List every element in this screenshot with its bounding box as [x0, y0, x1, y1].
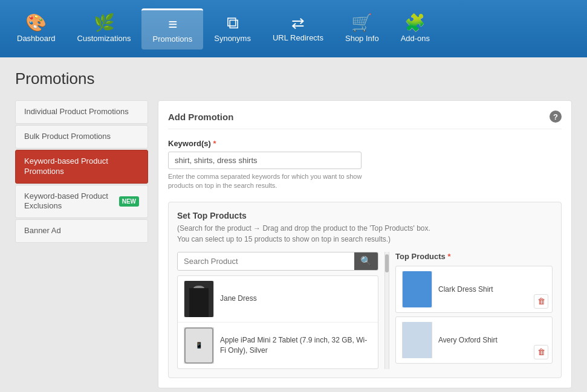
keywords-input[interactable] — [168, 152, 362, 169]
sidebar-item-exclusions-label: Keyword-based Product Exclusions — [24, 191, 114, 212]
top-product-card[interactable]: Avery Oxford Shirt 🗑 — [395, 316, 553, 364]
top-products-label: Top Products * — [395, 252, 553, 261]
sidebar-item-individual[interactable]: Individual Product Promotions — [15, 100, 148, 124]
search-product-input[interactable] — [178, 252, 354, 270]
sidebar-item-exclusions[interactable]: Keyword-based Product Exclusions NEW — [15, 185, 148, 219]
product-row[interactable]: 📱 Apple iPad Mini 2 Tablet (7.9 inch, 32… — [178, 323, 378, 368]
nav-add-ons[interactable]: 🧩 Add-ons — [390, 8, 441, 49]
top-navigation: 🎨 Dashboard 🌿 Customizations ≡ Promotion… — [0, 0, 587, 57]
nav-add-ons-label: Add-ons — [401, 34, 430, 43]
top-product-card[interactable]: Clark Dress Shirt 🗑 — [395, 266, 553, 313]
search-bar: 🔍 — [177, 252, 378, 271]
product-thumbnail — [184, 281, 214, 317]
nav-url-redirects-label: URL Redirects — [273, 33, 323, 42]
set-top-products-title: Set Top Products — [177, 211, 553, 220]
set-top-products-hint: (Search for the product → Drag and drop … — [177, 223, 553, 245]
search-column: 🔍 Jane Dress — [177, 252, 378, 369]
product-row[interactable]: Jane Dress — [178, 276, 378, 323]
sidebar: Individual Product Promotions Bulk Produ… — [15, 100, 148, 243]
dashboard-icon: 🎨 — [25, 14, 47, 31]
help-button[interactable]: ? — [550, 111, 562, 123]
keywords-field: Keyword(s) * Enter the comma separated k… — [168, 139, 562, 191]
shirt-light-icon — [403, 322, 432, 358]
shirt-blue-icon — [403, 271, 432, 307]
nav-promotions[interactable]: ≡ Promotions — [141, 8, 203, 50]
product-name: Apple iPad Mini 2 Tablet (7.9 inch, 32 G… — [220, 335, 372, 356]
nav-dashboard[interactable]: 🎨 Dashboard — [6, 8, 66, 49]
scroll-divider — [384, 252, 389, 369]
nav-synonyms-label: Synonyms — [214, 34, 251, 43]
page-title: Promotions — [15, 69, 572, 88]
delete-button[interactable]: 🗑 — [534, 294, 548, 309]
nav-dashboard-label: Dashboard — [17, 34, 56, 43]
delete-button[interactable]: 🗑 — [534, 345, 548, 359]
top-product-thumbnail — [402, 271, 432, 307]
top-products-required-star: * — [447, 252, 450, 261]
keywords-hint: Enter the comma separated keywords for w… — [168, 172, 374, 191]
nav-url-redirects[interactable]: ⇄ URL Redirects — [262, 9, 334, 48]
product-name: Jane Dress — [220, 294, 257, 304]
products-columns: 🔍 Jane Dress — [177, 252, 553, 369]
sidebar-item-bulk[interactable]: Bulk Product Promotions — [15, 125, 148, 149]
set-top-products-section: Set Top Products (Search for the product… — [168, 202, 562, 378]
search-button[interactable]: 🔍 — [354, 252, 378, 270]
right-panel: Add Promotion ? Keyword(s) * Enter the c… — [158, 100, 572, 388]
ipad-icon: 📱 — [184, 327, 213, 364]
panel-title: Add Promotion — [168, 112, 233, 122]
nav-synonyms[interactable]: ⧉ Synonyms — [203, 8, 262, 49]
new-badge: NEW — [119, 196, 139, 207]
product-thumbnail: 📱 — [184, 327, 214, 364]
main-area: Promotions Individual Product Promotions… — [0, 57, 587, 392]
nav-customizations-label: Customizations — [77, 34, 131, 43]
content-layout: Individual Product Promotions Bulk Produ… — [15, 100, 572, 388]
top-product-thumbnail — [402, 322, 432, 358]
nav-shop-info[interactable]: 🛒 Shop Info — [334, 8, 390, 49]
nav-promotions-label: Promotions — [152, 34, 192, 43]
sidebar-item-keyword[interactable]: Keyword-based Product Promotions — [15, 150, 148, 184]
add-ons-icon: 🧩 — [404, 14, 426, 31]
top-products-column: Top Products * Clark Dress Shirt 🗑 — [395, 252, 553, 367]
nav-customizations[interactable]: 🌿 Customizations — [66, 8, 142, 49]
scroll-thumb[interactable] — [385, 254, 389, 272]
product-list: Jane Dress 📱 Apple iPad Mini 2 Tablet (7… — [177, 275, 378, 369]
keywords-label: Keyword(s) * — [168, 139, 562, 148]
nav-shop-info-label: Shop Info — [345, 34, 379, 43]
url-redirects-icon: ⇄ — [291, 15, 305, 31]
customizations-icon: 🌿 — [94, 14, 115, 31]
required-star: * — [213, 139, 216, 148]
shop-info-icon: 🛒 — [351, 14, 372, 31]
panel-header: Add Promotion ? — [168, 111, 562, 129]
sidebar-item-banner[interactable]: Banner Ad — [15, 219, 148, 243]
promotions-icon: ≡ — [168, 16, 177, 32]
top-product-name: Avery Oxford Shirt — [438, 336, 546, 344]
synonyms-icon: ⧉ — [227, 14, 239, 31]
top-product-name: Clark Dress Shirt — [438, 285, 546, 294]
